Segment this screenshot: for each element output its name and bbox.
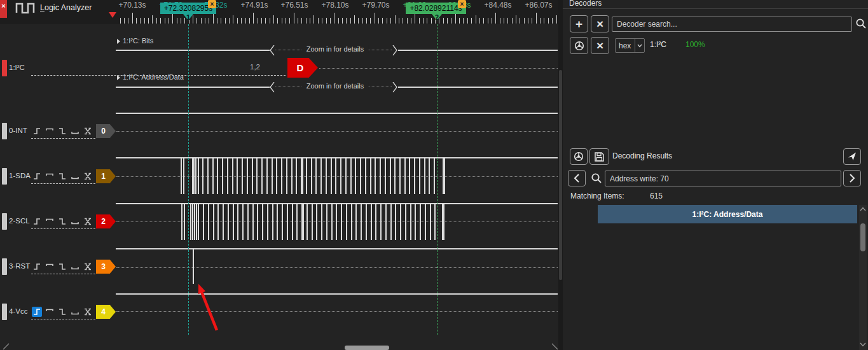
channel-color-swatch-4-vcc[interactable] xyxy=(2,304,7,320)
channel-badge-0[interactable]: 0 xyxy=(96,124,116,138)
signal-pulse xyxy=(380,203,382,240)
signal-pulse xyxy=(306,157,307,194)
signal-pulse xyxy=(335,157,336,194)
decoder-row-expander-icon[interactable] xyxy=(117,75,120,80)
signal-pulse xyxy=(315,157,317,194)
trigger-rise-icon[interactable] xyxy=(32,171,42,181)
decoder-row-label: 1:I²C: Bits xyxy=(123,37,153,45)
channel-color-swatch-2-scl[interactable] xyxy=(2,213,7,230)
channel-color-swatch-1-sda[interactable] xyxy=(2,168,7,185)
signal-pulse xyxy=(320,157,322,194)
trigger-high-icon[interactable] xyxy=(45,126,55,136)
channel-badge-4[interactable]: 4 xyxy=(96,305,116,319)
cursor-flag-close-icon[interactable]: × xyxy=(458,0,466,8)
trigger-fall-icon[interactable] xyxy=(57,126,67,136)
signal-pulse xyxy=(434,203,436,240)
signal-pulse xyxy=(247,157,248,194)
decoder-row-label: 1:I²C: Address/Data xyxy=(123,73,184,81)
signal-pulse-wide xyxy=(443,157,445,194)
signal-pulse xyxy=(326,157,327,194)
trigger-high-icon[interactable] xyxy=(45,216,55,227)
signal-pulse xyxy=(203,203,204,240)
signal-pulse xyxy=(311,157,312,194)
trigger-low-icon[interactable] xyxy=(70,216,80,227)
signal-pulse xyxy=(430,203,431,240)
decoder-color-swatch[interactable] xyxy=(2,60,7,76)
decoder-center-dotted xyxy=(319,68,558,69)
trigger-low-icon[interactable] xyxy=(70,262,80,272)
signal-pulse xyxy=(400,203,401,240)
channel-color-swatch-0-int[interactable] xyxy=(2,123,7,139)
trigger-high-icon[interactable] xyxy=(45,307,55,317)
signal-pulse xyxy=(360,157,361,194)
ruler-time-label: +84.48s xyxy=(484,1,511,10)
signal-pulse xyxy=(434,157,435,194)
trigger-high-icon[interactable] xyxy=(45,262,55,272)
trigger-fall-icon[interactable] xyxy=(57,307,67,317)
channel-underline xyxy=(31,228,95,229)
signal-pulse xyxy=(341,203,342,240)
channel-badge-3[interactable]: 3 xyxy=(96,260,116,274)
cursor-flag-number: 2 xyxy=(435,13,439,21)
signal-pulse xyxy=(419,157,420,194)
signal-pulse xyxy=(345,157,347,194)
cursor-line-2[interactable] xyxy=(437,24,437,335)
signal-pulse xyxy=(281,157,282,194)
trigger-high-icon[interactable] xyxy=(45,171,55,181)
cursor-line-1[interactable] xyxy=(188,24,189,335)
annotation-chevron-left-icon xyxy=(270,45,275,55)
signal-pulse xyxy=(394,157,396,194)
trigger-rise-icon[interactable] xyxy=(32,126,42,136)
ruler-time-label: +78.10s xyxy=(321,1,348,10)
trigger-edge-icon[interactable] xyxy=(83,307,93,317)
trigger-rise-icon[interactable] xyxy=(32,262,42,272)
channel-name-0-int: 0-INT xyxy=(9,127,27,134)
channel-badge-1[interactable]: 1 xyxy=(96,169,116,183)
trigger-low-icon[interactable] xyxy=(70,307,80,317)
ruler-time-label: +76.51s xyxy=(280,1,308,10)
cursor-flag[interactable]: +82.02892114s xyxy=(406,3,466,14)
signal-pulse xyxy=(277,203,278,240)
signal-pulse xyxy=(272,157,273,194)
channel-color-swatch-3-rst[interactable] xyxy=(2,258,7,275)
signal-pulse xyxy=(228,203,229,240)
waveform-vscrollbar-thumb[interactable] xyxy=(559,70,562,280)
signal-pulse xyxy=(193,248,194,284)
signal-pulse xyxy=(415,203,416,240)
trigger-low-icon[interactable] xyxy=(70,171,80,181)
trigger-rise-icon[interactable] xyxy=(32,216,42,227)
trigger-fall-icon[interactable] xyxy=(57,216,67,227)
waveform-hscrollbar-thumb[interactable] xyxy=(345,346,389,350)
results-scrollbar-thumb[interactable] xyxy=(860,223,865,251)
trigger-rise-icon[interactable] xyxy=(32,307,42,317)
signal-pulse xyxy=(208,203,209,240)
signal-pulse xyxy=(395,203,396,240)
scroll-up-icon[interactable] xyxy=(860,207,866,211)
signal-pulse xyxy=(414,157,415,194)
signal-pulse xyxy=(194,203,195,240)
signal-pulse xyxy=(292,203,293,240)
signal-pulse xyxy=(346,203,347,240)
trigger-edge-icon[interactable] xyxy=(83,216,93,227)
signal-pulse xyxy=(256,157,258,194)
trigger-fall-icon[interactable] xyxy=(57,171,67,181)
signal-pulse xyxy=(242,203,244,240)
scroll-down-icon[interactable] xyxy=(860,342,866,347)
channel-name-3-rst: 3-RST xyxy=(9,262,30,270)
results-scrollbar[interactable] xyxy=(859,205,867,350)
trigger-edge-icon[interactable] xyxy=(83,262,93,272)
trace-high-line-4-vcc xyxy=(116,293,558,295)
signal-pulse xyxy=(365,157,366,194)
signal-pulse xyxy=(193,157,195,194)
cursor-flag-close-icon[interactable]: × xyxy=(208,0,216,8)
waveform-vscrollbar[interactable] xyxy=(558,0,563,350)
channel-badge-2[interactable]: 2 xyxy=(96,214,116,228)
trigger-edge-icon[interactable] xyxy=(83,126,93,136)
trace-high-line-3-rst xyxy=(116,248,558,249)
trigger-edge-icon[interactable] xyxy=(83,171,93,181)
trigger-fall-icon[interactable] xyxy=(57,262,67,272)
decoder-row-expander-icon[interactable] xyxy=(117,39,120,44)
signal-pulse xyxy=(242,157,243,194)
trigger-low-icon[interactable] xyxy=(70,126,80,136)
channel-name-4-vcc: 4-Vcc xyxy=(9,307,27,315)
